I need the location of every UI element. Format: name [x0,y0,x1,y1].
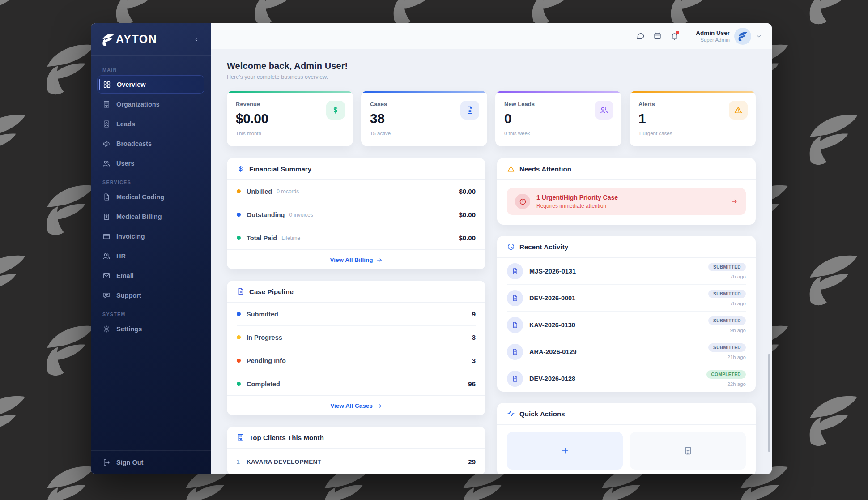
card-title: Recent Activity [519,243,568,251]
wallpaper-leaf-icon [667,0,721,26]
case-id: DEV-2026-0128 [529,375,575,382]
main-area: Admin User Super Admin Welcome back, Adm… [211,23,772,474]
recent-activity-card: Recent Activity MJS-2026-0131 SUBMITTED … [497,236,756,392]
nav-label: Leads [116,120,135,128]
chevron-left-icon [193,36,200,43]
urgent-case-alert[interactable]: 1 Urgent/High Priority Case Requires imm… [507,188,746,215]
users-icon [600,106,608,115]
stat-card-alerts[interactable]: Alerts 1 1 urgent cases [630,91,756,146]
wallpaper-leaf-icon [0,0,28,26]
client-rank: 1 [237,459,247,465]
row-value: $0.00 [459,234,476,242]
calendar-button[interactable] [649,28,666,45]
sidebar-item-settings[interactable]: Settings [97,320,204,338]
stat-card-cases[interactable]: Cases 38 15 active [361,91,487,146]
sidebar-collapse-button[interactable] [191,34,202,45]
sidebar-item-leads[interactable]: Leads [97,115,204,133]
document-icon [511,295,519,302]
stat-sub: This month [236,131,344,136]
nav-label: Medical Coding [116,193,164,201]
chevron-down-icon [756,33,762,39]
sidebar-item-hr[interactable]: HR [97,247,204,265]
financial-row-unbilled: Unbilled 0 records $0.00 [237,180,476,203]
wallpaper-leaf-icon [805,252,860,307]
brand-logo: AYTON [102,33,157,46]
link-label: View All Billing [330,256,373,263]
activity-row[interactable]: KAV-2026-0130 SUBMITTED 9h ago [507,312,746,338]
quick-action-organizations-button[interactable] [630,432,746,470]
sidebar-header: AYTON [91,23,211,56]
stat-card-revenue[interactable]: Revenue $0.00 This month [227,91,353,146]
sidebar-item-overview[interactable]: Overview [97,75,204,94]
financial-row-total-paid: Total Paid Lifetime $0.00 [237,226,476,249]
quick-action-add-button[interactable] [507,432,623,470]
row-value: $0.00 [459,188,476,195]
sidebar-item-users[interactable]: Users [97,154,204,172]
pipeline-row-pending-info: Pending Info 3 [237,349,476,372]
card-title: Case Pipeline [249,288,294,295]
row-value: 3 [472,333,476,341]
document-icon [237,287,245,295]
top-clients-rows: 1 KAVARA DEVELOPMENT 29 [227,449,485,474]
wallpaper-leaf-icon [805,393,860,447]
view-all-cases-link[interactable]: View All Cases [330,402,382,409]
chat-box-icon [102,291,111,299]
status-dot [237,335,241,339]
card-title: Needs Attention [519,165,571,173]
card-header: Needs Attention [497,158,756,180]
card-footer: View All Cases [227,395,485,415]
nav-label: Users [116,160,134,167]
sidebar-item-broadcasts[interactable]: Broadcasts [97,134,204,153]
sidebar-item-support[interactable]: Support [97,286,204,304]
wallpaper-leaf-icon [43,322,97,377]
activity-pulse-icon [507,410,515,418]
activity-row[interactable]: DEV-2026-0001 SUBMITTED 7h ago [507,285,746,312]
wallpaper-leaf-icon [805,0,860,26]
arrow-right-icon [376,403,382,409]
financial-row-outstanding: Outstanding 0 invoices $0.00 [237,203,476,226]
building-icon [684,446,693,455]
wallpaper-leaf-icon [805,111,860,166]
messages-button[interactable] [632,28,649,45]
accent-bar [630,91,756,93]
case-id: MJS-2026-0131 [529,268,576,275]
sidebar-item-invoicing[interactable]: Invoicing [97,227,204,245]
case-pipeline-card: Case Pipeline Submitted 9 In Progress [227,281,485,415]
case-id: KAV-2026-0130 [529,321,575,329]
activity-time: 7h ago [730,274,746,279]
scrollbar-thumb[interactable] [768,354,770,452]
activity-row[interactable]: MJS-2026-0131 SUBMITTED 7h ago [507,258,746,285]
document-icon [511,268,519,275]
row-label: Completed [247,380,280,388]
accent-bar [227,91,353,93]
app-window: AYTON MAIN Overview Organizations Leads [91,23,772,474]
sidebar-item-organizations[interactable]: Organizations [97,95,204,113]
stat-card-new-leads[interactable]: New Leads 0 0 this week [495,91,621,146]
page-subtitle: Here's your complete business overview. [227,74,756,80]
nav-label: Medical Billing [116,213,162,220]
status-dot [237,189,241,193]
arrow-right-icon [731,198,738,205]
nav-label: Settings [116,325,142,333]
sign-out-button[interactable]: Sign Out [102,458,199,466]
financial-rows: Unbilled 0 records $0.00 Outstanding 0 i… [227,180,485,249]
notification-dot [676,31,679,34]
warning-triangle-icon [734,106,743,115]
gear-icon [102,325,111,333]
notifications-button[interactable] [666,28,683,45]
sidebar-item-medical-coding[interactable]: Medical Coding [97,188,204,206]
wallpaper-leaf-icon [389,0,444,26]
user-menu[interactable]: Admin User Super Admin [696,28,762,45]
top-client-row: 1 KAVARA DEVELOPMENT 29 [237,451,476,472]
link-label: View All Cases [330,402,373,409]
sidebar-item-medical-billing[interactable]: Medical Billing [97,207,204,226]
row-label: Submitted [247,311,278,318]
row-value: $0.00 [459,211,476,218]
topbar: Admin User Super Admin [211,23,772,49]
activity-row[interactable]: ARA-2026-0129 SUBMITTED 21h ago [507,338,746,365]
activity-row[interactable]: DEV-2026-0128 COMPLETED 22h ago [507,365,746,392]
sidebar-item-email[interactable]: Email [97,266,204,285]
view-all-billing-link[interactable]: View All Billing [330,256,382,263]
accent-bar [495,91,621,93]
left-column: Financial Summary Unbilled 0 records $0.… [227,158,485,474]
